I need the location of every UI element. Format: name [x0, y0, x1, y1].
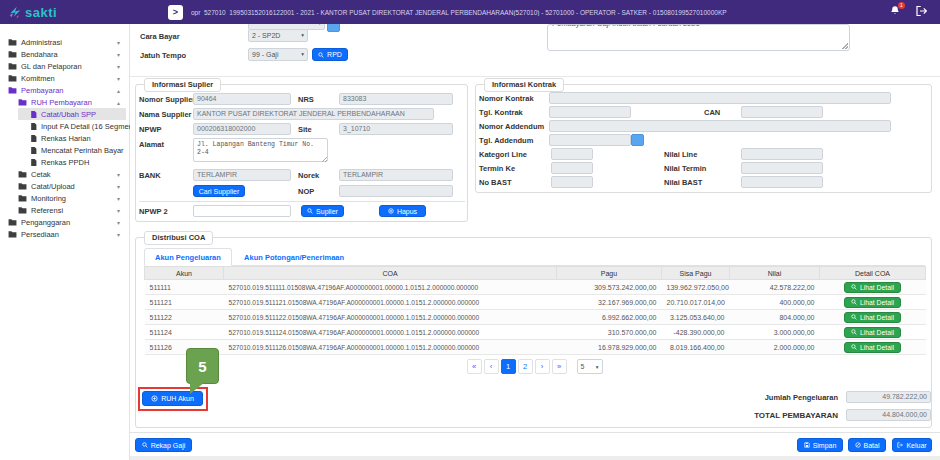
sidebar-item-cetak[interactable]: Cetak▾ — [0, 168, 129, 180]
sidebar-item-input-fa-detail[interactable]: Input FA Detail (16 Segmen) — [0, 120, 129, 132]
search-icon — [318, 52, 324, 58]
sidebar-item-persediaan[interactable]: Persediaan▾ — [0, 228, 129, 240]
sidebar-item-referensi[interactable]: Referensi▾ — [0, 204, 129, 216]
chevron-down-icon: ▾ — [117, 195, 120, 202]
search-icon — [307, 208, 313, 214]
file-icon — [30, 122, 37, 131]
nama-supplier-field: KANTOR PUSAT DIREKTORAT JENDERAL PERBEND… — [193, 108, 434, 120]
sidebar-nav: Administrasi▾ Bendahara▾ GL dan Pelapora… — [0, 24, 130, 460]
sidebar-item-penganggaran[interactable]: Penganggaran▾ — [0, 216, 129, 228]
npwp2-field[interactable] — [193, 205, 291, 217]
col-header-akun: Akun — [145, 267, 224, 280]
folder-icon — [8, 62, 17, 70]
sidebar-item-monitoring[interactable]: Monitoring▾ — [0, 192, 129, 204]
pagu-cell: 32.167.969.000,00 — [557, 295, 662, 310]
bank-field: TERLAMPIR — [193, 169, 291, 181]
termin-ke-field — [551, 162, 593, 174]
uraian-textarea[interactable]: Pembayaran Gaji Induk bulan Februari 202… — [547, 24, 850, 51]
can-label: CAN — [704, 108, 720, 117]
jumlah-pengeluaran-label: Jumlah Pengeluaran — [696, 393, 838, 402]
folder-icon — [18, 98, 27, 106]
hapus-button[interactable]: Hapus — [379, 205, 426, 217]
sidebar-item-administrasi[interactable]: Administrasi▾ — [0, 36, 129, 48]
logout-icon — [915, 5, 928, 17]
sidebar-item-pembayaran[interactable]: Pembayaran▴ — [0, 84, 129, 96]
tab-akun-pengeluaran[interactable]: Akun Pengeluaran — [144, 248, 232, 266]
nilai-termin-label: Nilai Termin — [664, 164, 706, 173]
sidebar-item-mencatat-perintah-bayar[interactable]: Mencatat Perintah Bayar — [0, 144, 129, 156]
sidebar-item-ruh-pembayaran[interactable]: RUH Pembayaran▴ — [0, 96, 129, 108]
sidebar-item-komitmen[interactable]: Komitmen▾ — [0, 72, 129, 84]
sidebar-item-catat-upload[interactable]: Catat/Upload▾ — [0, 180, 129, 192]
norek-label: Norek — [298, 171, 319, 180]
sidebar-item-renkas-ppdh[interactable]: Renkas PPDH — [0, 156, 129, 168]
nilai-termin-field — [741, 162, 823, 174]
spp-info-button[interactable] — [327, 24, 340, 32]
rpd-button[interactable]: RPD — [312, 48, 348, 61]
cari-supplier-button[interactable]: Cari Supplier — [193, 185, 245, 197]
page-next-button[interactable]: › — [535, 359, 550, 374]
folder-icon — [8, 74, 17, 82]
table-row: 511124 527010.019.511124.01508WA.47196AF… — [145, 325, 926, 340]
keluar-button[interactable]: Keluar — [892, 438, 932, 452]
tab-akun-potongan-penerimaan[interactable]: Akun Potongan/Penerimaan — [234, 249, 354, 265]
pagu-cell: 310.570.000,00 — [557, 325, 662, 340]
total-pembayaran-label: TOTAL PEMBAYARAN — [696, 411, 838, 420]
suplier-button[interactable]: Suplier — [301, 205, 344, 217]
alamat-textarea[interactable]: Jl. Lapangan Banteng Timur No. 2-4 — [193, 138, 328, 162]
sidebar-item-renkas-harian[interactable]: Renkas Harian — [0, 132, 129, 144]
chevron-right-icon: > — [173, 7, 178, 17]
resize-handle-icon — [842, 43, 848, 49]
cara-bayar-label: Cara Bayar — [140, 32, 180, 41]
uraian-text: Pembayaran Gaji Induk bulan Februari 202… — [548, 24, 849, 28]
akun-cell: 511121 — [145, 295, 224, 310]
chevron-down-icon: ▾ — [318, 24, 321, 29]
folder-icon — [18, 182, 27, 190]
lihat-detail-button[interactable]: Lihat Detail — [844, 297, 901, 308]
page-first-button[interactable]: « — [467, 359, 482, 374]
section-divider — [130, 76, 940, 77]
lihat-detail-button[interactable]: Lihat Detail — [844, 312, 901, 323]
logout-button[interactable] — [915, 5, 928, 19]
jatuh-tempo-select[interactable]: 99 - Gaji▾ — [248, 48, 308, 61]
page-2-button[interactable]: 2 — [518, 359, 533, 374]
sidebar-item-bendahara[interactable]: Bendahara▾ — [0, 48, 129, 60]
save-icon — [804, 442, 810, 448]
lihat-detail-button[interactable]: Lihat Detail — [844, 342, 901, 353]
table-row: 511111 527010.019.511111.01508WA.47196AF… — [145, 280, 926, 295]
notifications-button[interactable]: 1 — [889, 5, 901, 19]
sidebar-toggle-button[interactable]: > — [168, 5, 183, 20]
page-prev-button[interactable]: ‹ — [484, 359, 499, 374]
simpan-button[interactable]: Simpan — [797, 438, 843, 452]
pagu-cell: 309.573.242.000,00 — [557, 280, 662, 295]
nrs-field: 833083 — [339, 93, 453, 105]
coa-tabs: Akun Pengeluaran Akun Potongan/Penerimaa… — [144, 248, 925, 266]
batal-button[interactable]: Batal — [848, 438, 886, 452]
calendar-button[interactable] — [631, 134, 644, 146]
col-header-coa: COA — [224, 267, 557, 280]
sidebar-item-gl-dan-pelaporan[interactable]: GL dan Pelaporan▾ — [0, 60, 129, 72]
page-last-button[interactable]: » — [552, 359, 567, 374]
sisa-pagu-cell: -428.390.000,00 — [662, 325, 730, 340]
nomor-kontrak-field — [549, 92, 891, 104]
distribusi-coa-legend: Distribusi COA — [144, 231, 213, 245]
lihat-detail-button[interactable]: Lihat Detail — [844, 327, 901, 338]
page-size-select[interactable]: 5 ▾ — [577, 359, 603, 374]
cara-bayar-select[interactable]: 2 - SP2D▾ — [248, 29, 308, 42]
nop-field — [339, 185, 453, 197]
nomor-kontrak-label: Nomor Kontrak — [479, 94, 534, 103]
sakti-logo: sakti — [0, 5, 130, 20]
app-header: sakti > opr_527010_199503152016122001 - … — [0, 0, 940, 24]
col-header-pagu: Pagu — [557, 267, 662, 280]
sidebar-item-catat-ubah-spp[interactable]: Catat/Ubah SPP — [18, 108, 126, 120]
folder-icon — [8, 230, 17, 238]
lihat-detail-button[interactable]: Lihat Detail — [844, 282, 901, 293]
rekap-gaji-button[interactable]: Rekap Gaji — [135, 438, 192, 452]
chevron-down-icon: ▾ — [301, 49, 304, 60]
page-1-button[interactable]: 1 — [501, 359, 516, 374]
tgl-kontrak-label: Tgl. Kontrak — [479, 108, 523, 117]
search-icon — [142, 442, 148, 448]
folder-icon — [18, 206, 27, 214]
coa-cell: 527010.019.511122.01508WA.47196AF.A00000… — [224, 310, 557, 325]
notification-badge: 1 — [898, 2, 905, 9]
